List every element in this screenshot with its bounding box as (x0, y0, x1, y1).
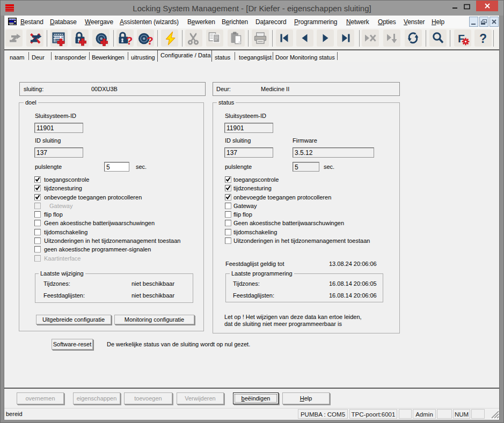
svg-text:?: ? (479, 32, 487, 46)
svg-text:?: ? (126, 34, 133, 47)
svg-text:?: ? (147, 34, 154, 47)
